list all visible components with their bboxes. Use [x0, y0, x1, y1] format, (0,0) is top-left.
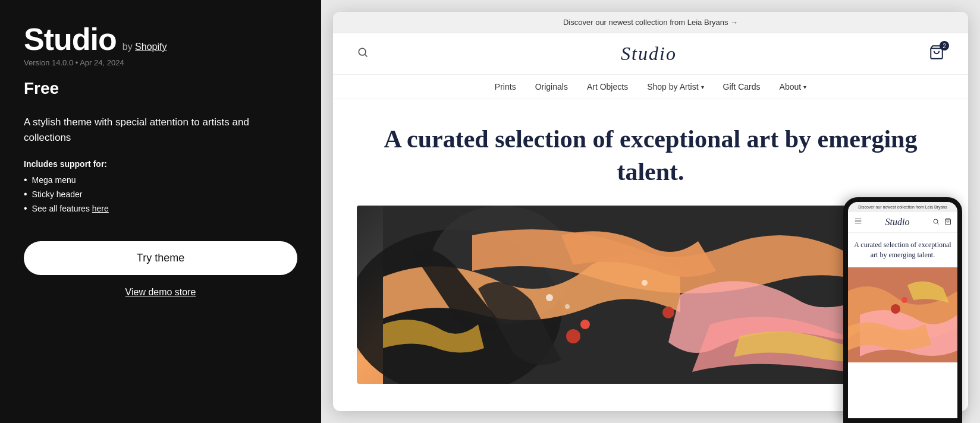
theme-title: Studio	[24, 24, 117, 55]
svg-point-11	[642, 280, 648, 286]
mobile-search-icon[interactable]	[932, 218, 940, 227]
chevron-down-icon: ▾	[803, 84, 806, 90]
nav-item-shop-by-artist[interactable]: Shop by Artist ▾	[647, 82, 703, 91]
price-tag: Free	[24, 79, 297, 98]
svg-line-16	[937, 223, 938, 224]
announcement-text: Discover our newest collection from Leia…	[563, 18, 738, 27]
nav-item-about[interactable]: About ▾	[780, 82, 807, 91]
svg-line-1	[365, 55, 368, 57]
left-panel: Studio by Shopify Version 14.0.0 • Apr 2…	[0, 0, 321, 423]
cart-badge: 2	[940, 41, 949, 50]
list-item-text: See all features here	[32, 204, 109, 213]
nav-item-originals[interactable]: Originals	[535, 82, 568, 91]
try-theme-button[interactable]: Try theme	[24, 241, 297, 275]
shopify-link[interactable]: Shopify	[135, 42, 167, 52]
nav-item-gift-cards[interactable]: Gift Cards	[723, 82, 761, 91]
svg-point-7	[580, 320, 590, 329]
svg-point-10	[565, 304, 570, 309]
cart-icon[interactable]: 2	[929, 45, 944, 63]
by-shopify-label: by Shopify	[122, 42, 167, 52]
svg-point-19	[891, 304, 900, 314]
mobile-menu-icon[interactable]	[854, 217, 862, 228]
mobile-hero-text: A curated selection of exceptional art b…	[848, 233, 957, 267]
mobile-screen: Discover our newest collection from Leia…	[848, 202, 957, 418]
view-demo-button[interactable]: View demo store	[24, 287, 297, 298]
svg-point-8	[662, 307, 674, 318]
list-item-text: Sticky header	[32, 190, 83, 199]
list-item-text: Mega menu	[32, 175, 76, 185]
announcement-bar: Discover our newest collection from Leia…	[333, 12, 968, 33]
hero-heading: A curated selection of exceptional art b…	[357, 123, 944, 188]
mobile-logo: Studio	[885, 217, 910, 228]
svg-point-20	[902, 297, 907, 303]
list-item: Mega menu	[24, 175, 297, 185]
features-list: Mega menu Sticky header See all features…	[24, 175, 297, 217]
svg-point-6	[566, 329, 580, 343]
right-panel: Discover our newest collection from Leia…	[321, 0, 980, 423]
version-info: Version 14.0.0 • Apr 24, 2024	[24, 58, 297, 67]
chevron-down-icon: ▾	[701, 84, 704, 90]
mobile-hero-image	[848, 267, 957, 362]
svg-point-9	[546, 294, 553, 301]
features-link[interactable]: here	[92, 204, 109, 213]
svg-point-0	[359, 48, 366, 55]
search-icon[interactable]	[357, 46, 369, 61]
nav-item-prints[interactable]: Prints	[495, 82, 516, 91]
nav-bar: Prints Originals Art Objects Shop by Art…	[333, 75, 968, 99]
store-header: Studio 2	[333, 33, 968, 75]
theme-description: A stylish theme with special attention t…	[24, 115, 297, 145]
mobile-header: Studio	[848, 212, 957, 233]
list-item: Sticky header	[24, 189, 297, 200]
store-logo: Studio	[621, 43, 677, 65]
mobile-announcement: Discover our newest collection from Leia…	[848, 202, 957, 212]
includes-label: Includes support for:	[24, 159, 297, 169]
nav-item-art-objects[interactable]: Art Objects	[587, 82, 628, 91]
svg-point-15	[934, 219, 938, 223]
mobile-preview: Discover our newest collection from Leia…	[843, 197, 962, 423]
list-item: See all features here	[24, 203, 297, 214]
mobile-icons	[932, 218, 951, 227]
mobile-cart-icon[interactable]	[944, 218, 951, 227]
